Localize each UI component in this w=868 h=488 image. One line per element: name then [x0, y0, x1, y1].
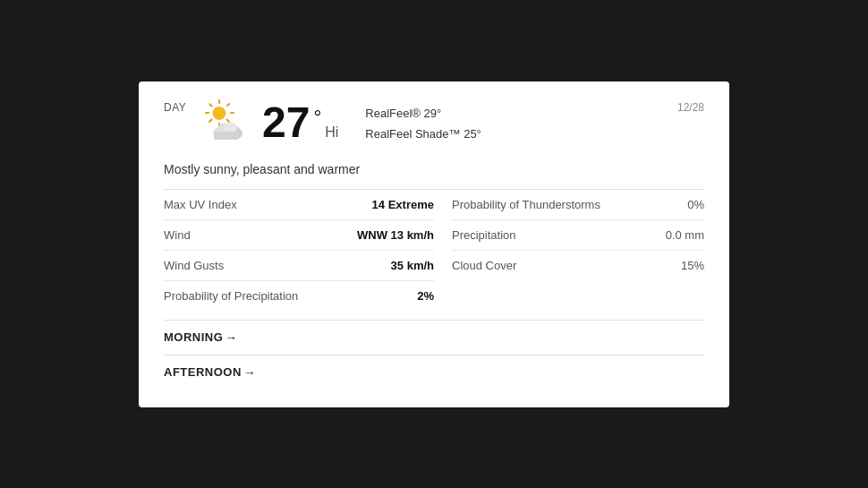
stat-row-precip-prob: Probability of Precipitation 2% [164, 281, 434, 311]
temperature-unit: ° [313, 107, 321, 130]
card-header: DAY [164, 99, 704, 146]
svg-line-7 [227, 119, 230, 122]
morning-arrow: → [225, 330, 238, 345]
day-label: DAY [164, 101, 191, 114]
svg-line-4 [209, 104, 211, 106]
wind-value: WNW 13 km/h [357, 228, 434, 242]
temperature-value: 27 [262, 101, 310, 144]
uv-label: Max UV Index [164, 198, 237, 211]
date-label: 12/28 [677, 101, 704, 114]
precipitation-value: 0.0 mm [666, 228, 704, 242]
realfeel-shade-value: RealFeel Shade™ 25° [365, 124, 677, 144]
svg-point-13 [225, 122, 237, 133]
afternoon-label: AFTERNOON [164, 365, 242, 379]
stat-row-gusts: Wind Gusts 35 km/h [164, 251, 434, 281]
footer-links: MORNING→ AFTERNOON→ [164, 320, 704, 390]
weather-card: DAY [139, 81, 729, 407]
cloud-cover-label: Cloud Cover [452, 259, 516, 272]
afternoon-arrow: → [243, 365, 257, 380]
thunder-label: Probability of Thunderstorms [452, 198, 600, 211]
thunder-value: 0% [687, 198, 704, 211]
svg-line-6 [209, 119, 212, 122]
stats-grid: Max UV Index 14 Extreme Wind WNW 13 km/h… [164, 190, 704, 311]
stats-left-column: Max UV Index 14 Extreme Wind WNW 13 km/h… [164, 190, 434, 311]
realfeel-value: RealFeel® 29° [365, 103, 677, 124]
uv-value: 14 Extreme [372, 198, 434, 211]
svg-point-8 [213, 107, 226, 120]
realfeel-block: RealFeel® 29° RealFeel Shade™ 25° [338, 103, 677, 145]
precipitation-label: Precipitation [452, 228, 516, 242]
weather-description: Mostly sunny, pleasant and warmer [164, 158, 704, 176]
precip-prob-value: 2% [417, 289, 434, 303]
svg-line-5 [227, 104, 229, 106]
afternoon-link[interactable]: AFTERNOON→ [164, 355, 704, 390]
wind-label: Wind [164, 228, 191, 242]
precip-prob-label: Probability of Precipitation [164, 289, 298, 303]
stat-row-wind: Wind WNW 13 km/h [164, 220, 434, 251]
gusts-value: 35 km/h [391, 259, 434, 272]
morning-label: MORNING [164, 330, 223, 344]
gusts-label: Wind Gusts [164, 259, 224, 272]
svg-rect-14 [214, 132, 239, 140]
cloud-cover-value: 15% [681, 259, 704, 272]
weather-icon [201, 99, 251, 146]
temperature-block: 27 ° Hi [262, 101, 338, 144]
stat-row-thunder: Probability of Thunderstorms 0% [452, 190, 704, 220]
stat-row-cloud-cover: Cloud Cover 15% [452, 251, 704, 280]
stat-row-uv: Max UV Index 14 Extreme [164, 190, 434, 220]
hi-label: Hi [325, 124, 338, 141]
morning-link[interactable]: MORNING→ [164, 321, 704, 355]
stat-row-precipitation: Precipitation 0.0 mm [452, 220, 704, 251]
header-left: DAY [164, 99, 338, 146]
stats-right-column: Probability of Thunderstorms 0% Precipit… [434, 190, 704, 311]
